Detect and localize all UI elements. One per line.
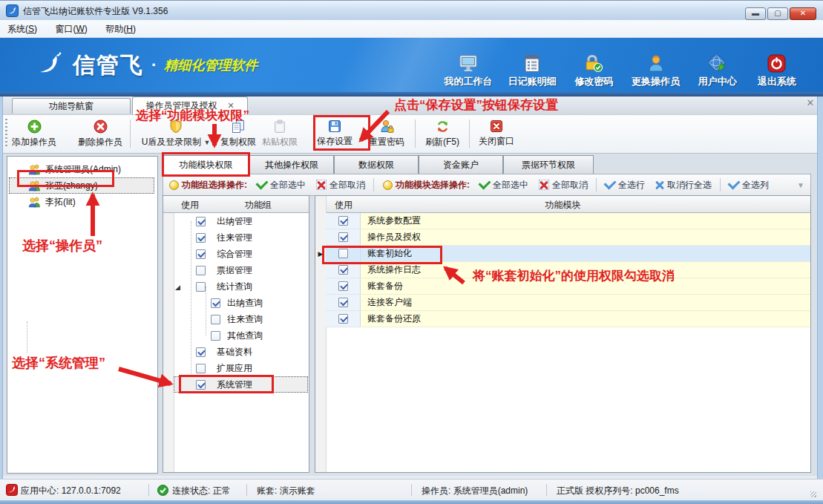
table-row[interactable]: 账套备份 [315,278,810,295]
table-row-selected[interactable]: ▶账套初始化 [315,246,810,262]
banner-action-user-center[interactable]: 用户中心 [690,44,745,88]
table-row[interactable]: 系统操作日志 [315,262,810,278]
checkbox[interactable] [338,265,348,275]
checkbox[interactable] [196,282,206,292]
panel-close-icon[interactable]: ✕ [804,97,816,109]
checkbox[interactable] [196,364,206,373]
checkbox[interactable] [211,298,220,308]
close-button[interactable]: ✕ [790,7,816,20]
actionbar-caret-icon[interactable]: ▼ [797,181,804,189]
banner-action-workbench[interactable]: 我的工作台 [439,44,498,88]
banner-action-label: 用户中心 [698,75,737,88]
select-column-button[interactable]: 全选列 [729,179,769,192]
paste-permission-button[interactable]: 粘贴权限 [259,117,301,151]
window-frame-right [817,96,823,500]
checkbox[interactable] [211,315,220,324]
table-row[interactable]: ◢统计查询 [174,278,308,295]
banner-action-journal[interactable]: 日记账明细 [502,44,562,88]
checkbox[interactable] [196,233,206,243]
banner-action-change-password[interactable]: 修改密码 [566,44,621,88]
module-cancel-all-button[interactable]: 全部取消 [539,179,588,192]
checkbox[interactable] [338,232,348,242]
brand-separator: · [151,56,157,75]
perm-tab-fund-accounts[interactable]: 资金账户 [419,155,503,174]
delete-operator-button[interactable]: 删除操作员 [74,117,126,151]
tab-operator-management[interactable]: 操作员管理及授权✕ [132,96,248,114]
check-green-icon [479,177,491,190]
table-row[interactable]: 操作员及授权 [315,229,810,246]
column-header-group: 功能组 [245,199,272,212]
exit-system-power-icon [767,54,786,73]
checkbox[interactable] [338,298,348,307]
perm-tab-function-modules[interactable]: 功能模块权限 [163,155,249,174]
table-row[interactable]: 往来管理 [174,229,308,246]
table-row[interactable]: 出纳查询 [174,295,308,311]
dropdown-caret-icon[interactable]: ▼ [203,139,210,146]
refresh-button[interactable]: 刷新(F5) [419,117,465,151]
close-window-button[interactable]: 关闭窗口 [473,117,519,151]
checkbox[interactable] [196,266,206,275]
module-select-label: 功能模块选择操作: [396,179,470,192]
checkbox[interactable] [338,216,348,226]
checkbox[interactable] [338,281,348,291]
cancel-row-button[interactable]: 取消行全选 [655,179,712,192]
menu-window[interactable]: 窗口(W) [47,20,94,36]
tree-item-lituo[interactable]: 李拓(lit) [9,194,154,210]
perm-tab-bill-stages[interactable]: 票据环节权限 [503,155,594,174]
module-select-all-button[interactable]: 全部选中 [479,179,528,192]
group-grid-header: 使用 功能组 [163,196,309,213]
table-row[interactable]: 综合管理 [174,246,308,262]
expand-collapse-icon[interactable]: ◢ [175,284,180,291]
table-row[interactable]: 往来查询 [174,311,308,327]
tree-item-zhangya[interactable]: 张亚(zhangy) [9,177,154,194]
tree-item-admin[interactable]: 系统管理员(Admin) [9,161,154,177]
checkbox[interactable] [196,380,206,390]
table-row[interactable]: 账套备份还原 [315,311,810,327]
menu-help[interactable]: 帮助(H) [98,20,143,36]
banner-action-label: 我的工作台 [445,75,493,88]
table-row[interactable]: 扩展应用 [174,360,308,376]
menu-system[interactable]: 系统(S) [0,20,45,36]
group-select-all-button[interactable]: 全部选中 [257,179,306,192]
status-divider [411,484,412,496]
resize-grip[interactable] [810,491,816,497]
toolbar-grip[interactable] [5,119,7,148]
table-row[interactable]: 出纳管理 [174,213,308,229]
perm-tab-other-operations[interactable]: 其他操作权限 [249,155,334,174]
add-operator-button[interactable]: 添加操作员 [10,117,58,151]
table-row[interactable]: 系统参数配置 [315,213,810,229]
save-settings-button[interactable]: 保存设置 [314,117,355,151]
table-row-selected[interactable]: 系统管理 [174,376,308,393]
table-row[interactable]: 基础资料 [174,344,308,360]
check-green-icon [256,177,269,190]
checkbox[interactable] [338,314,348,324]
checkbox[interactable] [196,217,206,226]
table-row[interactable]: 票据管理 [174,262,308,278]
table-row[interactable]: 其他查询 [174,327,308,344]
reset-password-button[interactable]: 重置密码 [366,117,407,151]
status-connection: 连接状态: 正常 [172,485,231,497]
brand-logo-icon [34,50,65,81]
table-row[interactable]: 连接客户端 [315,295,810,311]
banner-action-switch-operator[interactable]: 更换操作员 [626,44,686,88]
status-divider [148,484,149,496]
group-cancel-all-button[interactable]: 全部取消 [316,179,365,192]
tab-function-nav[interactable]: 功能导航窗 [12,98,131,114]
connection-ok-icon [157,485,168,496]
ushield-login-limit-button[interactable]: U盾及登录限制▼ [134,117,217,151]
checkbox[interactable] [338,249,348,258]
bulb-icon [169,180,179,190]
maximize-button[interactable]: ▢ [767,7,788,20]
checkbox[interactable] [211,331,220,341]
perm-tab-data[interactable]: 数据权限 [334,155,419,174]
banner-action-exit-system[interactable]: 退出系统 [750,44,804,88]
checkbox[interactable] [196,347,206,357]
copy-permission-button[interactable]: 复制权限 [217,117,259,151]
column-header-module: 功能模块 [315,199,810,212]
select-row-button[interactable]: 全选行 [605,179,645,192]
bulb-icon [383,180,393,190]
tab-close-icon[interactable]: ✕ [227,97,234,114]
workbench-monitor-icon [459,54,478,73]
checkbox[interactable] [196,249,206,259]
minimize-button[interactable]: ▬ [745,7,766,20]
